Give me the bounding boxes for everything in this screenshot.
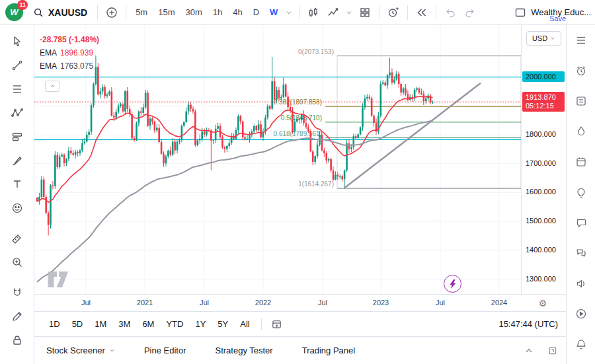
chart-layout-button[interactable] [511, 3, 530, 22]
server-clock[interactable]: 15:47:44 (UTC) [498, 319, 559, 329]
zoom-tool-button[interactable] [7, 252, 27, 272]
time-tick: 2024 [491, 299, 507, 307]
alert-button[interactable] [384, 3, 403, 22]
svg-text:0(2073.153): 0(2073.153) [298, 48, 334, 55]
price-scale[interactable]: USD 2000.000 1913.870 05:12:15 1800.000 … [521, 25, 566, 311]
price-tick: 1500.000 [526, 217, 556, 225]
range-5d-button[interactable]: 5D [67, 317, 89, 331]
divider [379, 5, 379, 20]
divider [97, 5, 98, 20]
range-ytd-button[interactable]: YTD [161, 317, 188, 331]
legend-collapse-button[interactable] [45, 81, 60, 92]
save-button[interactable]: Save [549, 15, 566, 22]
broker-logo[interactable]: W 11 [4, 2, 26, 23]
scale-settings-gear-icon[interactable]: ⚙ [536, 297, 550, 310]
notification-count-badge: 11 [17, 0, 28, 10]
quick-action-lightning-button[interactable] [444, 275, 461, 293]
divider [299, 5, 299, 20]
interval-1d-button[interactable]: D [249, 4, 264, 21]
search-icon [33, 7, 44, 18]
panel-maximize-icon[interactable] [545, 343, 561, 359]
last-price-badge: 1913.870 05:12:15 [522, 92, 565, 112]
tradingview-watermark-logo [48, 271, 75, 289]
bar-replay-button[interactable] [413, 3, 431, 22]
add-symbol-button[interactable] [102, 3, 121, 22]
trend-line-tool-button[interactable] [7, 55, 27, 75]
svg-text:1(1614.267): 1(1614.267) [298, 180, 334, 188]
interval-5m-button[interactable]: 5m [131, 4, 152, 21]
price-level-badge: 2000.000 [522, 71, 565, 82]
ema-fast-legend[interactable]: EMA1896.939 [40, 46, 99, 59]
ideas-button[interactable] [571, 182, 591, 202]
strategy-tester-tab[interactable]: Strategy Tester [215, 346, 272, 355]
stock-screener-tab[interactable]: Stock Screener [46, 346, 115, 355]
xabcd-pattern-tool-button[interactable] [7, 103, 27, 123]
last-price-value: 1913.870 [526, 93, 561, 102]
pine-editor-tab[interactable]: Pine Editor [144, 346, 186, 355]
range-3m-button[interactable]: 3M [113, 317, 136, 331]
time-tick: 2023 [373, 299, 389, 307]
interval-15m-button[interactable]: 15m [153, 4, 179, 21]
brush-tool-button[interactable] [7, 151, 27, 170]
indicators-menu-chevron-icon[interactable] [344, 4, 354, 21]
chart-style-button[interactable] [304, 3, 323, 22]
chevron-down-icon [109, 347, 115, 353]
bar-countdown: 05:12:15 [526, 102, 561, 110]
price-tick: 1800.000 [526, 130, 556, 139]
time-scale[interactable]: Jul 2021 Jul 2022 Jul 2023 Jul 2024 ⚙ [34, 294, 566, 311]
draw-tool-button[interactable] [7, 307, 27, 326]
conversations-button[interactable] [571, 243, 591, 263]
interval-4h-button[interactable]: 4h [228, 4, 247, 21]
price-tick: 1600.000 [526, 188, 556, 196]
text-tool-button[interactable] [7, 174, 27, 194]
trading-panel-tab[interactable]: Trading Panel [302, 346, 355, 355]
range-1d-button[interactable]: 1D [44, 317, 65, 331]
divider [126, 5, 126, 20]
interval-1h-button[interactable]: 1h [208, 4, 227, 21]
range-6m-button[interactable]: 6M [137, 317, 159, 331]
cursor-tool-button[interactable] [7, 32, 27, 52]
tutorials-button[interactable] [571, 304, 591, 324]
chart-legend: -28.785 (-1.48%) EMA1896.939 EMA1763.075 [40, 33, 99, 73]
emoji-tool-button[interactable] [7, 198, 27, 218]
divider [261, 318, 262, 330]
undo-button[interactable] [441, 3, 459, 22]
interval-menu-chevron-icon[interactable] [284, 4, 294, 21]
price-tick: 1300.000 [526, 275, 556, 283]
panel-expand-chevron-icon[interactable] [521, 343, 537, 359]
streams-button[interactable] [571, 273, 591, 293]
symbol-search-button[interactable]: XAUUSD [28, 3, 93, 22]
calendar-button[interactable] [571, 152, 591, 172]
bottom-panel: Stock Screener Pine Editor Strategy Test… [34, 336, 566, 364]
drawing-toolbar [0, 25, 34, 364]
ema-slow-legend[interactable]: EMA1763.075 [40, 59, 99, 73]
redo-button[interactable] [461, 3, 479, 22]
range-toolbar: 1D 5D 1M 3M 6M YTD 1Y 5Y All 15:47:44 (U… [34, 311, 566, 336]
chat-button[interactable] [571, 213, 591, 233]
divider [407, 5, 408, 20]
indicators-button[interactable] [324, 3, 342, 22]
currency-dropdown[interactable]: USD [526, 31, 561, 46]
interval-1w-button[interactable]: W [265, 4, 282, 21]
right-sidebar [566, 25, 595, 364]
data-window-button[interactable] [571, 91, 591, 111]
magnet-tool-button[interactable] [7, 283, 27, 303]
lock-tool-button[interactable] [7, 330, 27, 350]
interval-30m-button[interactable]: 30m [180, 4, 206, 21]
hotlists-button[interactable] [571, 122, 591, 141]
range-1y-button[interactable]: 1Y [190, 317, 211, 331]
layout-grid-button[interactable] [356, 3, 374, 22]
go-to-date-button[interactable] [268, 315, 286, 334]
time-tick: 2022 [255, 299, 271, 307]
time-tick: Jul [436, 299, 445, 307]
notifications-button[interactable] [571, 334, 591, 354]
fib-retracement-tool-button[interactable] [7, 79, 27, 99]
range-all-button[interactable]: All [235, 317, 255, 331]
position-tool-button[interactable] [7, 127, 27, 147]
range-1m-button[interactable]: 1M [89, 317, 112, 331]
range-5y-button[interactable]: 5Y [212, 317, 233, 331]
measure-tool-button[interactable] [7, 229, 27, 248]
watchlist-button[interactable] [571, 30, 591, 50]
price-chart[interactable]: 0(2073.153)0.382(1897.858)0.5(1843.710)0… [34, 25, 521, 294]
alerts-button[interactable] [571, 61, 591, 81]
